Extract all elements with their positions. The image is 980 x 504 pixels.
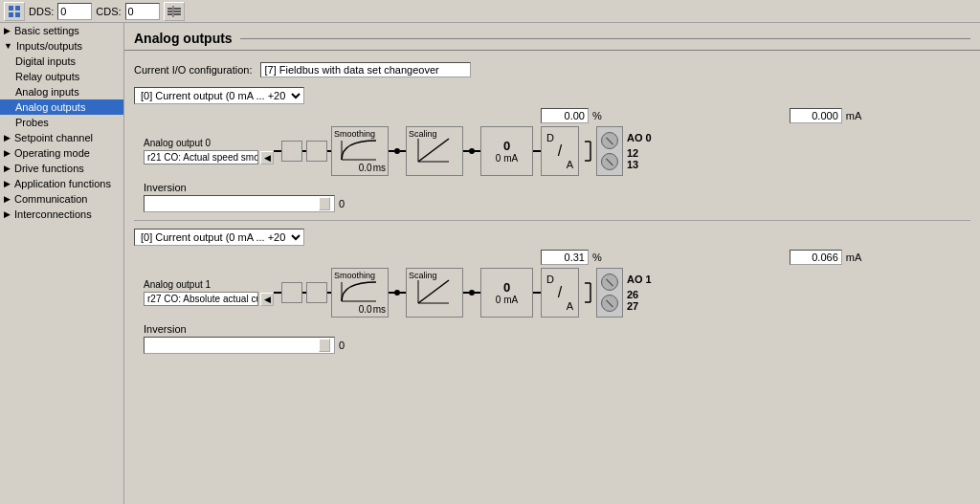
ao1-smoothing-curve: [340, 278, 378, 305]
dds-label: DDS:: [29, 6, 54, 17]
sidebar-item-communication[interactable]: ▶ Communication: [0, 191, 123, 207]
ao1-pct-value[interactable]: [541, 250, 589, 265]
ao1-smoothing-block: Smoothing 0.0 ms: [331, 268, 389, 318]
ao1-da-slash: /: [558, 284, 562, 301]
ao0-terminal-12: 12: [627, 147, 652, 159]
ao1-wire8: [533, 292, 541, 294]
ao0-smoothing-unit: ms: [373, 163, 386, 173]
sidebar-item-setpoint-channel[interactable]: ▶ Setpoint channel: [0, 130, 123, 145]
ao0-da-slash: /: [558, 142, 562, 160]
sidebar-item-relay-outputs[interactable]: Relay outputs: [0, 69, 123, 84]
sidebar-item-probes[interactable]: Probes: [0, 115, 123, 130]
ao0-block: [0] Current output (0 mA ... +20 % mA: [134, 87, 970, 212]
ao1-screw2[interactable]: [601, 295, 618, 312]
ao1-block: [0] Current output (0 mA ... +20 % mA: [134, 229, 970, 354]
ao1-flow-label: Analog output 1: [144, 279, 274, 290]
ao0-dropdown[interactable]: [0] Current output (0 mA ... +20: [134, 87, 304, 104]
ao0-connector-area: [583, 126, 596, 176]
svg-rect-7: [172, 6, 174, 17]
ao0-terminal-13: 13: [627, 159, 652, 170]
sidebar: ▶ Basic settings ▼ Inputs/outputs Digita…: [0, 23, 124, 504]
ao1-terminal-block: [596, 268, 623, 318]
ao0-screw2[interactable]: [601, 153, 618, 170]
sidebar-item-application-functions[interactable]: ▶ Application functions: [0, 176, 123, 191]
ao1-slider-thumb[interactable]: [319, 339, 330, 352]
ao0-param[interactable]: r21 CO: Actual speed smoothe: [144, 150, 258, 164]
ao0-ma-unit: mA: [846, 110, 862, 121]
ao0-wire1: [274, 150, 281, 152]
ao0-pct-unit: %: [592, 110, 602, 121]
ao1-ma-value[interactable]: [790, 250, 842, 265]
ao0-wire8: [533, 150, 541, 152]
app-icon-button[interactable]: [4, 2, 25, 21]
ao0-inversion-slider[interactable]: [144, 195, 335, 212]
ao0-slider-thumb[interactable]: [319, 197, 330, 210]
sidebar-item-analog-inputs[interactable]: Analog inputs: [0, 84, 123, 99]
ao0-inversion-label: Inversion: [144, 182, 970, 193]
ao0-inversion-value: 0: [339, 198, 345, 209]
ao1-inversion-slider[interactable]: [144, 337, 335, 354]
ao1-da-d: D: [546, 274, 554, 285]
ao0-pct-value[interactable]: [541, 108, 589, 123]
expand-arrow-basic: ▶: [4, 26, 11, 35]
sidebar-item-operating-mode[interactable]: ▶ Operating mode: [0, 145, 123, 161]
ao0-inversion-area: Inversion 0: [134, 182, 970, 212]
expand-arrow-io: ▼: [4, 41, 12, 51]
ao1-param-btn1[interactable]: ◀: [260, 293, 274, 306]
expand-arrow-interconn: ▶: [4, 209, 11, 219]
sidebar-item-basic-settings[interactable]: ▶ Basic settings: [0, 23, 123, 38]
toolbar-icon-group: [4, 2, 25, 21]
ao1-dropdown[interactable]: [0] Current output (0 mA ... +20: [134, 229, 304, 246]
ao0-label: AO 0: [627, 132, 652, 143]
expand-arrow-appfunc: ▶: [4, 179, 11, 188]
ao1-inversion-value: 0: [339, 340, 345, 351]
ao0-smoothing-curve: [340, 137, 378, 164]
ao0-ma-value[interactable]: [790, 108, 842, 123]
ao1-output-block: 0 0 mA: [480, 268, 533, 318]
ao1-wire1: [274, 292, 281, 294]
sidebar-item-drive-functions[interactable]: ▶ Drive functions: [0, 161, 123, 176]
ao0-output-block: 0 0 mA: [480, 126, 533, 176]
sidebar-label-interconnections: Interconnections: [14, 208, 92, 220]
ao1-param[interactable]: r27 CO: Absolute actual curren: [144, 292, 258, 306]
svg-line-10: [418, 139, 449, 162]
sidebar-label-setpoint-channel: Setpoint channel: [14, 132, 93, 143]
ao0-block2[interactable]: [306, 141, 327, 162]
io-config-label: Current I/O configuration:: [134, 64, 253, 76]
ao1-block1[interactable]: [281, 282, 302, 303]
sidebar-item-digital-inputs[interactable]: Digital inputs: [0, 54, 123, 69]
sidebar-label-application-functions: Application functions: [14, 178, 111, 189]
dds-input[interactable]: [57, 3, 92, 20]
ao1-inversion-label: Inversion: [144, 323, 970, 335]
ao1-terminal-27: 27: [627, 300, 652, 312]
ao0-screw1[interactable]: [601, 132, 618, 149]
sidebar-item-inputs-outputs[interactable]: ▼ Inputs/outputs: [0, 38, 123, 54]
ao0-terminal-block: [596, 126, 623, 176]
tools-button[interactable]: [164, 2, 185, 21]
ao0-param-btn1[interactable]: ◀: [260, 151, 274, 164]
toolbar: DDS: CDS:: [0, 0, 980, 23]
ao0-da-d: D: [546, 132, 554, 143]
ao1-block2[interactable]: [306, 282, 327, 303]
ao1-terminal-connector: [596, 268, 623, 318]
ao1-label: AO 1: [627, 274, 652, 285]
ao1-label-area: AO 1 26 27: [627, 274, 652, 312]
sidebar-label-basic-settings: Basic settings: [14, 25, 79, 36]
ao1-da-a: A: [567, 300, 573, 312]
sidebar-label-analog-inputs: Analog inputs: [15, 86, 79, 98]
ao1-da-block: D / A: [541, 268, 579, 318]
sidebar-item-interconnections[interactable]: ▶ Interconnections: [0, 207, 123, 222]
cds-input[interactable]: [125, 3, 160, 20]
content-header: Analog outputs: [124, 23, 980, 51]
ao-divider: [134, 220, 970, 221]
sidebar-item-analog-outputs[interactable]: Analog outputs: [0, 99, 123, 115]
ao1-inversion-area: Inversion 0: [134, 323, 970, 354]
ao1-screw1[interactable]: [601, 274, 618, 291]
sidebar-label-communication: Communication: [14, 193, 87, 205]
ao1-output-unit: 0 mA: [496, 295, 518, 305]
ao0-block1[interactable]: [281, 141, 302, 162]
io-config-row: Current I/O configuration: [7] Fieldbus …: [124, 58, 980, 81]
page-title: Analog outputs: [134, 31, 233, 46]
ao1-terminal-26: 26: [627, 289, 652, 300]
ao1-smoothing-ms: 0.0: [359, 304, 372, 315]
